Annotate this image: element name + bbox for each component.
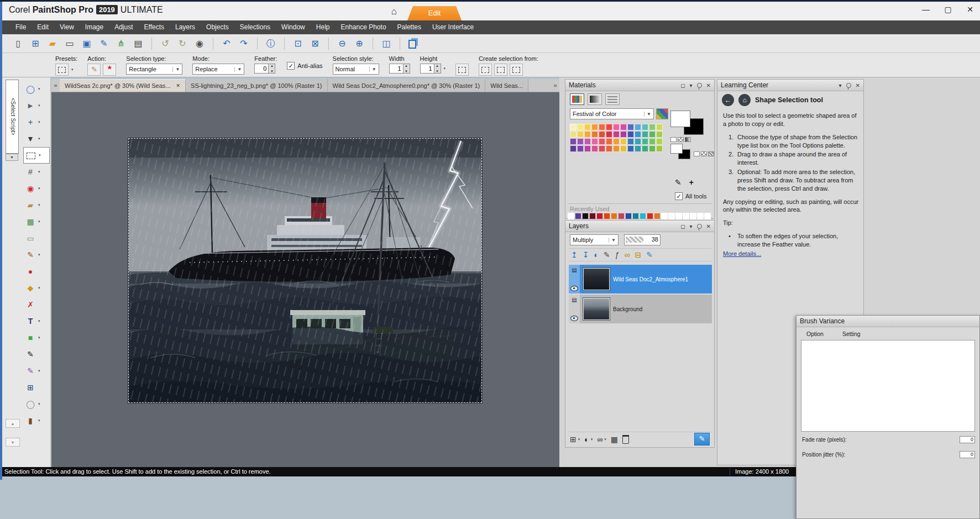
layer-script-icon[interactable]: ƒ: [615, 249, 620, 261]
color-swatch[interactable]: [649, 131, 656, 138]
recent-color-swatch[interactable]: [618, 213, 625, 219]
close-panel-icon[interactable]: ✕: [856, 82, 860, 88]
menu-edit[interactable]: Edit: [32, 20, 54, 34]
color-swatch[interactable]: [656, 124, 663, 130]
pin-icon[interactable]: [846, 83, 851, 88]
more-details-link[interactable]: More details...: [723, 250, 761, 257]
color-swatch[interactable]: [635, 131, 641, 138]
paint-brush-tool[interactable]: ✎: [23, 248, 38, 261]
recent-color-swatch[interactable]: [611, 213, 617, 219]
color-swatch[interactable]: [627, 131, 634, 138]
recent-color-swatch[interactable]: [640, 213, 646, 219]
color-swatch[interactable]: [606, 124, 612, 130]
layer-down-icon[interactable]: ↧: [583, 249, 589, 261]
width-value[interactable]: 1: [389, 64, 403, 74]
color-swatch[interactable]: [584, 124, 591, 130]
tabs-scroll-left-icon[interactable]: «: [51, 79, 60, 92]
selection-type-dropdown[interactable]: Rectangle▼: [126, 64, 182, 75]
preset-shape-tool-flyout[interactable]: ▾: [38, 335, 40, 340]
copy-special-icon[interactable]: [406, 37, 421, 50]
visibility-eye-icon[interactable]: [570, 286, 578, 291]
warp-brush-tool[interactable]: ✎: [23, 364, 38, 378]
express-lab-icon[interactable]: ▭: [62, 37, 77, 50]
color-swatch[interactable]: [606, 131, 612, 138]
color-swatch[interactable]: [570, 138, 577, 145]
color-swatch[interactable]: [599, 145, 605, 152]
undo-icon[interactable]: ↶: [219, 37, 234, 50]
palette-dropdown[interactable]: Festival of Color▼: [570, 108, 654, 119]
recent-color-swatch[interactable]: [625, 213, 632, 219]
zoom-in-icon[interactable]: ⊕: [352, 37, 366, 50]
doc-tab[interactable]: SS-lightning_23_neg_b.png* @ 100% (Raste…: [186, 79, 327, 92]
new-mask-layer-button-flyout[interactable]: ▾: [604, 437, 606, 442]
browse-icon[interactable]: ⊞: [28, 37, 43, 50]
recent-color-swatch[interactable]: [604, 213, 610, 219]
color-swatch[interactable]: [584, 138, 591, 145]
fg-color-style-button[interactable]: [670, 137, 677, 142]
close-icon[interactable]: ✕: [966, 5, 974, 14]
layer-thumbnail[interactable]: [583, 268, 610, 290]
home-icon[interactable]: ⌂: [387, 4, 401, 19]
move-tool[interactable]: +: [23, 116, 38, 129]
color-swatch[interactable]: [577, 131, 584, 138]
mesh-warp-tool[interactable]: ⊞: [23, 381, 38, 394]
new-adjustment-layer-button-flyout[interactable]: ▾: [591, 437, 593, 442]
menu-objects[interactable]: Objects: [201, 20, 234, 34]
fade-rate-input[interactable]: 0: [960, 436, 975, 443]
palette-scroll-up-button[interactable]: ▲: [6, 419, 20, 428]
palette-scroll-down-button[interactable]: ▼: [6, 438, 20, 447]
recent-color-swatch[interactable]: [697, 213, 704, 219]
select-script-arrow[interactable]: ▼: [6, 154, 18, 161]
color-swatch[interactable]: [613, 138, 620, 145]
color-swatch[interactable]: [577, 124, 584, 130]
canvas[interactable]: [51, 92, 559, 467]
layer-row[interactable]: ▤Wild Seas Doc2_Atmosphere1: [569, 265, 712, 293]
edit-workspace-tab[interactable]: Edit: [407, 6, 462, 20]
print-icon[interactable]: ▤: [131, 37, 145, 50]
presets-button[interactable]: [55, 64, 69, 76]
color-replacer-tool[interactable]: ✗: [23, 298, 38, 311]
dropper-tool-flyout[interactable]: ▾: [38, 137, 40, 141]
oil-brush-tool[interactable]: ▮: [23, 414, 38, 427]
float-panel-icon[interactable]: ◻: [680, 82, 685, 88]
menu-selections[interactable]: Selections: [234, 20, 276, 34]
brush-variance-list[interactable]: [801, 340, 975, 432]
color-swatch[interactable]: [577, 138, 584, 145]
palette-options-button[interactable]: [656, 108, 668, 119]
sliders-tab[interactable]: [605, 93, 620, 105]
home-icon[interactable]: ⌂: [738, 94, 751, 106]
color-swatch[interactable]: [577, 145, 584, 152]
layer-up-icon[interactable]: ↥: [571, 249, 578, 261]
new-adjustment-layer-button[interactable]: ◐: [584, 435, 589, 444]
color-swatch[interactable]: [656, 131, 663, 138]
pick-tool-flyout[interactable]: ▾: [38, 103, 40, 108]
move-tool-flyout[interactable]: ▾: [38, 120, 40, 124]
eraser-tool[interactable]: ●: [23, 265, 38, 278]
clone-brush-tool[interactable]: ▦: [23, 215, 38, 228]
selection-from-layer-button[interactable]: [479, 64, 492, 76]
color-swatch[interactable]: [642, 124, 648, 130]
layer-link-icon[interactable]: ∞: [624, 249, 630, 261]
color-swatch[interactable]: [613, 124, 620, 130]
pen-tool[interactable]: ✎: [23, 348, 38, 361]
tabs-scroll-right-icon[interactable]: »: [551, 79, 559, 92]
color-swatch[interactable]: [620, 138, 627, 145]
pick-tool[interactable]: ►: [23, 99, 38, 112]
selection-style-dropdown[interactable]: Normal▼: [333, 64, 379, 75]
delete-layer-button[interactable]: [622, 435, 629, 444]
paint-brush-tool-flyout[interactable]: ▾: [38, 253, 40, 257]
recent-color-swatch[interactable]: [568, 213, 574, 219]
recent-color-swatch[interactable]: [668, 213, 675, 219]
scratch-remover-tool[interactable]: ▭: [23, 232, 38, 245]
oil-brush-tool-flyout[interactable]: ▾: [38, 418, 40, 423]
screen-capture-icon[interactable]: ◉: [192, 37, 207, 50]
color-swatch[interactable]: [635, 145, 641, 152]
recent-color-swatch[interactable]: [690, 213, 696, 219]
menu-window[interactable]: Window: [276, 20, 311, 34]
float-panel-icon[interactable]: ◻: [680, 223, 685, 229]
maximize-icon[interactable]: ▢: [944, 5, 952, 14]
makeover-tool-flyout[interactable]: ▾: [38, 203, 40, 207]
text-tool[interactable]: T: [23, 314, 38, 328]
recent-color-swatch[interactable]: [575, 213, 581, 219]
width-spinner[interactable]: 1 ▲▼: [389, 64, 410, 74]
